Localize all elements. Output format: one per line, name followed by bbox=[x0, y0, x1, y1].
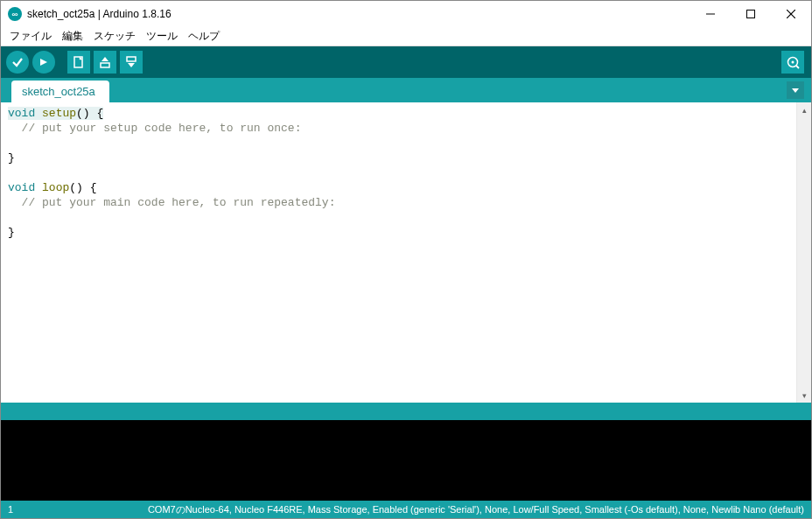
statusbar: 1 COM7のNucleo-64, Nucleo F446RE, Mass St… bbox=[1, 501, 811, 518]
code-function: loop bbox=[42, 181, 69, 194]
open-button[interactable] bbox=[94, 51, 116, 74]
code-text: } bbox=[8, 226, 15, 239]
code-editor[interactable]: void setup() { // put your setup code he… bbox=[1, 102, 796, 403]
minimize-button[interactable] bbox=[690, 1, 731, 27]
code-keyword: void bbox=[8, 107, 35, 120]
toolbar bbox=[1, 46, 811, 78]
svg-marker-9 bbox=[128, 63, 135, 67]
code-text: } bbox=[8, 151, 15, 165]
scroll-down-icon: ▾ bbox=[797, 388, 811, 403]
serial-monitor-icon bbox=[786, 55, 800, 69]
tabbar: sketch_oct25a bbox=[1, 78, 811, 102]
svg-rect-1 bbox=[747, 11, 755, 18]
code-text: () { bbox=[76, 107, 103, 120]
close-icon bbox=[787, 10, 795, 18]
maximize-button[interactable] bbox=[731, 1, 771, 27]
svg-rect-6 bbox=[101, 63, 109, 67]
menu-help[interactable]: ヘルプ bbox=[183, 27, 225, 46]
vertical-scrollbar[interactable]: ▴ ▾ bbox=[796, 102, 811, 403]
tab-menu-button[interactable] bbox=[787, 81, 804, 99]
close-button[interactable] bbox=[771, 1, 811, 27]
code-comment: // put your main code here, to run repea… bbox=[8, 196, 335, 209]
menu-edit[interactable]: 編集 bbox=[57, 27, 88, 46]
menubar: ファイル 編集 スケッチ ツール ヘルプ bbox=[1, 27, 811, 46]
save-button[interactable] bbox=[120, 51, 143, 74]
chevron-down-icon bbox=[791, 86, 800, 95]
window-controls bbox=[690, 1, 811, 27]
message-bar bbox=[1, 403, 811, 420]
menu-sketch[interactable]: スケッチ bbox=[88, 27, 141, 46]
serial-monitor-button[interactable] bbox=[781, 51, 804, 74]
maximize-icon bbox=[746, 10, 755, 18]
svg-point-11 bbox=[792, 61, 794, 64]
titlebar: ∞ sketch_oct25a | Arduino 1.8.16 bbox=[1, 1, 811, 27]
upload-button[interactable] bbox=[32, 51, 55, 74]
code-comment: // put your setup code here, to run once… bbox=[8, 122, 301, 135]
svg-line-12 bbox=[796, 66, 799, 68]
new-file-icon bbox=[72, 55, 86, 69]
scroll-up-icon: ▴ bbox=[797, 102, 811, 117]
console-output[interactable] bbox=[1, 420, 811, 501]
verify-button[interactable] bbox=[6, 51, 29, 74]
tab-active[interactable]: sketch_oct25a bbox=[11, 81, 109, 102]
arrow-down-icon bbox=[124, 55, 138, 69]
check-icon bbox=[11, 56, 24, 68]
menu-file[interactable]: ファイル bbox=[4, 27, 57, 46]
editor-area: void setup() { // put your setup code he… bbox=[1, 102, 811, 403]
arduino-infinity-icon: ∞ bbox=[12, 11, 18, 18]
new-button[interactable] bbox=[67, 51, 90, 74]
code-keyword: void bbox=[8, 181, 35, 194]
code-text: () { bbox=[69, 181, 96, 194]
svg-marker-4 bbox=[40, 59, 47, 66]
svg-marker-7 bbox=[102, 57, 108, 61]
svg-marker-13 bbox=[792, 88, 799, 93]
minimize-icon bbox=[706, 10, 715, 18]
svg-rect-8 bbox=[127, 57, 136, 61]
arrow-right-icon bbox=[38, 56, 50, 68]
status-line-number: 1 bbox=[8, 504, 78, 515]
arduino-app-icon: ∞ bbox=[8, 7, 22, 21]
window-title: sketch_oct25a | Arduino 1.8.16 bbox=[27, 8, 690, 20]
code-function: setup bbox=[42, 107, 76, 120]
status-board-info: COM7のNucleo-64, Nucleo F446RE, Mass Stor… bbox=[78, 503, 804, 516]
menu-tools[interactable]: ツール bbox=[141, 27, 183, 46]
arrow-up-icon bbox=[98, 55, 112, 69]
